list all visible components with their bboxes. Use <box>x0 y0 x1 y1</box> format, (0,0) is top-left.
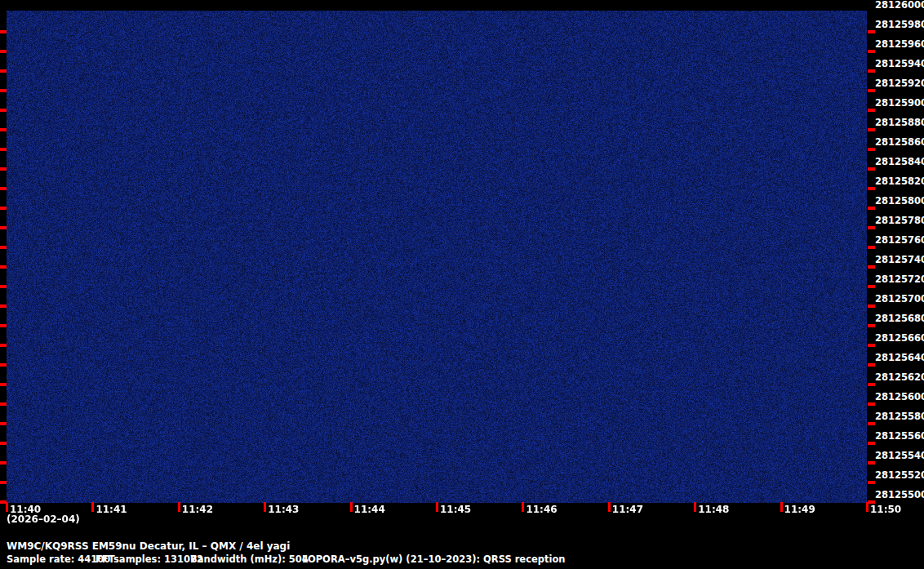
freq-tick-left <box>0 265 7 269</box>
freq-tick-left <box>0 148 7 151</box>
freq-tick-right <box>868 461 875 465</box>
freq-tick-right <box>868 383 875 386</box>
freq-axis-label: 28125600 <box>875 392 924 402</box>
freq-tick-left <box>0 305 7 308</box>
freq-axis-label: 28125500 <box>875 490 924 500</box>
freq-tick-right <box>868 128 875 131</box>
freq-tick-left <box>0 187 7 190</box>
freq-axis-label: 28125560 <box>875 431 924 441</box>
freq-tick-right <box>868 265 875 269</box>
station-info-line: WM9C/KQ9RSS EM59nu Decatur, IL – QMX / 4… <box>7 541 290 552</box>
freq-tick-left <box>0 207 7 210</box>
time-tick <box>522 502 524 512</box>
time-label: 11:49 <box>784 505 815 515</box>
date-label: (2026–02–04) <box>7 514 80 525</box>
spectrogram-canvas <box>7 11 867 503</box>
freq-axis-label: 28125820 <box>875 176 924 186</box>
freq-tick-right <box>868 30 875 33</box>
freq-tick-left <box>0 422 7 425</box>
time-label: 11:42 <box>182 505 213 515</box>
freq-axis-label: 28125760 <box>875 235 924 245</box>
freq-tick-left <box>0 402 7 406</box>
freq-tick-left <box>0 128 7 131</box>
freq-tick-right <box>868 89 875 92</box>
freq-axis-label: 28125640 <box>875 353 924 362</box>
time-label: 11:47 <box>612 505 643 515</box>
freq-tick-right <box>868 148 875 151</box>
freq-tick-left <box>0 442 7 445</box>
time-tick <box>91 502 94 512</box>
freq-axis-label: 28125960 <box>875 39 924 49</box>
time-label: 11:44 <box>354 505 385 515</box>
freq-axis-label: 28125900 <box>875 98 924 108</box>
freq-tick-left <box>0 383 7 386</box>
freq-tick-right <box>868 344 875 347</box>
freq-axis-label: 28125520 <box>875 470 924 480</box>
freq-axis-label: 28126000 <box>875 0 924 10</box>
freq-axis-label: 28125880 <box>875 118 924 127</box>
freq-tick-right <box>868 109 875 112</box>
freq-tick-right <box>868 69 875 73</box>
freq-axis-label: 28125540 <box>875 451 924 460</box>
freq-axis-label: 28125980 <box>875 20 924 29</box>
time-tick <box>264 502 266 512</box>
freq-axis-label: 28125740 <box>875 255 924 264</box>
time-tick <box>436 502 438 512</box>
freq-tick-right <box>868 481 875 484</box>
app-version-label: LOPORA–v5g.py(w) (21–10–2023): QRSS rece… <box>302 554 566 565</box>
time-label: 11:43 <box>268 505 299 515</box>
freq-tick-left <box>0 363 7 367</box>
time-tick <box>6 502 8 512</box>
time-label: 11:50 <box>870 505 901 515</box>
freq-tick-right <box>868 167 875 171</box>
freq-tick-left <box>0 324 7 327</box>
freq-tick-left <box>0 285 7 288</box>
time-label: 11:45 <box>440 505 471 515</box>
freq-tick-left <box>0 344 7 347</box>
time-tick <box>780 502 783 512</box>
freq-tick-left <box>0 30 7 33</box>
bandwidth-label: Bandwidth (mHz): 504 <box>190 554 309 565</box>
freq-tick-right <box>868 246 875 249</box>
freq-axis-label: 28125720 <box>875 274 924 284</box>
time-tick <box>694 502 696 512</box>
freq-axis-label: 28125840 <box>875 157 924 167</box>
time-label: 11:48 <box>698 505 729 515</box>
time-tick <box>866 502 868 512</box>
freq-tick-right <box>868 422 875 425</box>
freq-axis-label: 28125700 <box>875 294 924 304</box>
freq-axis-label: 28125660 <box>875 333 924 343</box>
freq-axis-label: 28125620 <box>875 372 924 382</box>
freq-tick-right <box>868 187 875 190</box>
freq-axis-label: 28125780 <box>875 216 924 225</box>
freq-axis-label: 28125860 <box>875 137 924 147</box>
freq-tick-right <box>868 363 875 367</box>
freq-tick-left <box>0 226 7 229</box>
freq-axis-label: 28125920 <box>875 78 924 88</box>
freq-axis-label: 28125680 <box>875 313 924 323</box>
freq-tick-left <box>0 69 7 73</box>
time-tick <box>350 502 353 512</box>
freq-tick-right <box>868 324 875 327</box>
time-label: 11:46 <box>526 505 557 515</box>
time-label: 11:41 <box>96 505 127 515</box>
freq-tick-left <box>0 50 7 53</box>
freq-axis-label: 28125940 <box>875 59 924 69</box>
time-tick <box>608 502 611 512</box>
freq-tick-right <box>868 305 875 308</box>
freq-tick-right <box>868 207 875 210</box>
fft-samples-label: FFTsamples: 131072 <box>96 554 203 565</box>
freq-tick-left <box>0 109 7 112</box>
freq-tick-left <box>0 167 7 171</box>
freq-tick-right <box>868 50 875 53</box>
freq-tick-left <box>0 461 7 465</box>
freq-axis-label: 28125800 <box>875 196 924 206</box>
freq-tick-left <box>0 246 7 249</box>
freq-tick-left <box>0 89 7 92</box>
freq-tick-right <box>868 226 875 229</box>
freq-tick-right <box>868 402 875 406</box>
lopora-spectrogram-window: 2812600028125980281259602812594028125920… <box>0 0 924 569</box>
freq-tick-right <box>868 285 875 288</box>
freq-axis-label: 28125580 <box>875 411 924 421</box>
freq-tick-left <box>0 481 7 484</box>
